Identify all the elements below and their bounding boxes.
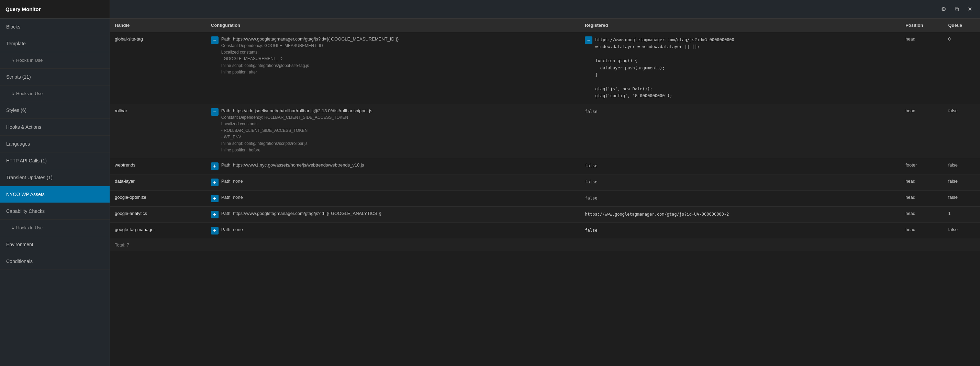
cell-handle: data-layer — [110, 174, 206, 190]
config-path: Path: https://www.googletagmanager.com/g… — [221, 36, 399, 41]
enqueue-button[interactable]: + — [211, 227, 218, 234]
enqueue-button[interactable]: + — [211, 211, 218, 219]
config-path: Path: https://www.googletagmanager.com/g… — [221, 211, 382, 216]
cell-queue: false — [943, 174, 980, 190]
dequeue-button[interactable]: − — [211, 108, 218, 116]
query-monitor-title: Query Monitor — [5, 6, 41, 12]
cell-queue: false — [943, 104, 980, 158]
sidebar-item-hooks-in-use-2[interactable]: Hooks in Use — [0, 86, 110, 102]
registered-value: https://www.googletagmanager.com/gtag/js… — [585, 211, 729, 218]
assets-table: Handle Configuration Registered Position… — [110, 19, 980, 251]
registered-value: https://www.googletagmanager.com/gtag/js… — [595, 36, 734, 100]
table-row: rollbar−Path: https://cdn.jsdelivr.net/g… — [110, 104, 980, 158]
sidebar-item-styles[interactable]: Styles (6) — [0, 102, 110, 119]
copy-icon[interactable]: ⧉ — [952, 5, 961, 14]
cell-position: head — [900, 190, 943, 206]
cell-registered: false — [580, 158, 900, 174]
registered-value: false — [585, 179, 597, 185]
col-queue: Queue — [943, 19, 980, 32]
table-row: google-optimize+Path: nonefalseheadfalse — [110, 190, 980, 206]
cell-registered: https://www.googletagmanager.com/gtag/js… — [580, 206, 900, 222]
app-container: Query Monitor BlocksTemplateHooks in Use… — [0, 0, 980, 366]
table-row: data-layer+Path: nonefalseheadfalse — [110, 174, 980, 190]
cell-queue: false — [943, 190, 980, 206]
sidebar-item-scripts[interactable]: Scripts (11) — [0, 69, 110, 86]
sidebar-item-environment[interactable]: Environment — [0, 236, 110, 253]
enqueue-button[interactable]: + — [211, 195, 218, 202]
cell-handle: webtrends — [110, 158, 206, 174]
table-footer-row: Total: 7 — [110, 239, 980, 251]
cell-position: head — [900, 174, 943, 190]
cell-handle: global-site-tag — [110, 32, 206, 104]
cell-config: +Path: https://www.googletagmanager.com/… — [206, 206, 580, 222]
sidebar-item-hooks-in-use-3[interactable]: Hooks in Use — [0, 220, 110, 236]
cell-config: +Path: none — [206, 190, 580, 206]
col-position: Position — [900, 19, 943, 32]
main-content: ⚙ ⧉ ✕ Handle Configuration Registered Po… — [110, 0, 980, 366]
table-row: google-analytics+Path: https://www.googl… — [110, 206, 980, 222]
table-body: global-site-tag−Path: https://www.google… — [110, 32, 980, 251]
cell-position: head — [900, 32, 943, 104]
cell-config: +Path: https://www1.nyc.gov/assets/home/… — [206, 158, 580, 174]
sidebar: Query Monitor BlocksTemplateHooks in Use… — [0, 0, 110, 366]
config-path: Path: https://www1.nyc.gov/assets/home/j… — [221, 162, 364, 168]
sidebar-item-http-api[interactable]: HTTP API Calls (1) — [0, 152, 110, 169]
config-path: Path: none — [221, 195, 243, 200]
cell-registered: false — [580, 104, 900, 158]
config-detail: Constant Dependency: ROLLBAR_CLIENT_SIDE… — [221, 114, 372, 154]
cell-queue: 0 — [943, 32, 980, 104]
cell-position: footer — [900, 158, 943, 174]
sidebar-item-template[interactable]: Template — [0, 35, 110, 52]
col-configuration: Configuration — [206, 19, 580, 32]
sidebar-item-conditionals[interactable]: Conditionals — [0, 253, 110, 270]
sidebar-item-hooks-actions[interactable]: Hooks & Actions — [0, 119, 110, 136]
registered-value: false — [585, 162, 597, 169]
cell-handle: google-optimize — [110, 190, 206, 206]
registered-value: false — [585, 227, 597, 234]
sidebar-item-languages[interactable]: Languages — [0, 136, 110, 152]
cell-registered: false — [580, 190, 900, 206]
registered-value: false — [585, 195, 597, 201]
table-row: google-tag-manager+Path: nonefalseheadfa… — [110, 222, 980, 239]
sidebar-item-hooks-in-use-1[interactable]: Hooks in Use — [0, 52, 110, 69]
cell-position: head — [900, 206, 943, 222]
sidebar-item-blocks[interactable]: Blocks — [0, 19, 110, 35]
col-registered: Registered — [580, 19, 900, 32]
dequeue-button[interactable]: − — [211, 36, 218, 44]
cell-config: −Path: https://www.googletagmanager.com/… — [206, 32, 580, 104]
config-detail: Constant Dependency: GOOGLE_MEASUREMENT_… — [221, 43, 399, 76]
cell-position: head — [900, 104, 943, 158]
sidebar-item-capability-checks[interactable]: Capability Checks — [0, 203, 110, 220]
config-path: Path: none — [221, 227, 243, 232]
table-total: Total: 7 — [110, 239, 980, 251]
config-path: Path: https://cdn.jsdelivr.net/gh/rollba… — [221, 108, 372, 113]
cell-registered: false — [580, 174, 900, 190]
sidebar-item-transient[interactable]: Transient Updates (1) — [0, 169, 110, 186]
registered-toggle-button[interactable]: − — [585, 36, 592, 44]
close-icon[interactable]: ✕ — [965, 5, 975, 14]
cell-handle: google-analytics — [110, 206, 206, 222]
enqueue-button[interactable]: + — [211, 162, 218, 170]
cell-handle: rollbar — [110, 104, 206, 158]
cell-handle: google-tag-manager — [110, 222, 206, 239]
cell-queue: false — [943, 222, 980, 239]
cell-config: −Path: https://cdn.jsdelivr.net/gh/rollb… — [206, 104, 580, 158]
cell-config: +Path: none — [206, 174, 580, 190]
topbar-divider — [935, 5, 935, 13]
col-handle: Handle — [110, 19, 206, 32]
topbar: ⚙ ⧉ ✕ — [110, 0, 980, 19]
enqueue-button[interactable]: + — [211, 179, 218, 186]
sidebar-header: Query Monitor — [0, 0, 110, 19]
sidebar-nav: BlocksTemplateHooks in UseScripts (11)Ho… — [0, 19, 110, 270]
config-path: Path: none — [221, 179, 243, 184]
cell-registered: −https://www.googletagmanager.com/gtag/j… — [580, 32, 900, 104]
sidebar-item-nyco-wp-assets[interactable]: NYCO WP Assets — [0, 186, 110, 203]
cell-queue: false — [943, 158, 980, 174]
settings-icon[interactable]: ⚙ — [939, 5, 948, 14]
cell-queue: 1 — [943, 206, 980, 222]
cell-registered: false — [580, 222, 900, 239]
table-header-row: Handle Configuration Registered Position… — [110, 19, 980, 32]
assets-table-wrapper: Handle Configuration Registered Position… — [110, 19, 980, 366]
table-row: global-site-tag−Path: https://www.google… — [110, 32, 980, 104]
table-row: webtrends+Path: https://www1.nyc.gov/ass… — [110, 158, 980, 174]
